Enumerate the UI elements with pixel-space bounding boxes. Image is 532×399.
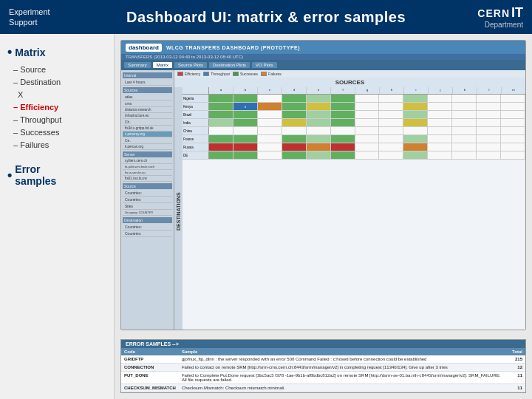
matrix-cell[interactable]: [233, 119, 258, 126]
matrix-cell[interactable]: [452, 151, 477, 159]
matrix-cell[interactable]: [258, 119, 282, 126]
matrix-cell[interactable]: [403, 103, 428, 110]
matrix-cell[interactable]: [501, 111, 525, 118]
matrix-cell[interactable]: [452, 119, 477, 126]
matrix-cell[interactable]: [403, 127, 428, 134]
matrix-cell[interactable]: [355, 111, 380, 118]
matrix-cell[interactable]: [477, 119, 501, 126]
sidebar-dest-countries2[interactable]: Countries: [123, 231, 172, 237]
failures-item[interactable]: Failures: [13, 140, 106, 150]
matrix-cell[interactable]: [379, 103, 403, 110]
matrix-cell[interactable]: [452, 95, 477, 102]
matrix-cell[interactable]: [355, 135, 380, 143]
matrix-cell[interactable]: [282, 119, 307, 126]
sidebar-fa-pilot[interactable]: fa-pilot-serv.laser.ruich: [123, 164, 172, 170]
matrix-cell[interactable]: [403, 135, 428, 143]
matrix-cell[interactable]: [282, 127, 307, 134]
matrix-cell[interactable]: [403, 95, 428, 102]
matrix-cell[interactable]: [331, 127, 355, 134]
sidebar-countries2[interactable]: Countries: [123, 197, 172, 203]
matrix-cell[interactable]: [477, 103, 501, 110]
sidebar-infra[interactable]: infrastructure.eu: [123, 113, 172, 119]
matrix-cell[interactable]: [355, 103, 380, 110]
matrix-cell[interactable]: [209, 103, 233, 110]
matrix-cell[interactable]: [307, 127, 331, 134]
matrix-cell[interactable]: [501, 103, 525, 110]
matrix-cell[interactable]: [379, 127, 403, 134]
matrix-cell[interactable]: [331, 143, 355, 151]
matrix-cell[interactable]: [379, 143, 403, 151]
matrix-cell[interactable]: [428, 95, 452, 102]
matrix-cell[interactable]: [233, 127, 258, 134]
matrix-cell[interactable]: [307, 143, 331, 151]
matrix-cell[interactable]: [355, 95, 380, 102]
matrix-cell[interactable]: [379, 111, 403, 118]
matrix-cell[interactable]: [233, 111, 258, 118]
matrix-cell[interactable]: [403, 151, 428, 159]
matrix-cell[interactable]: [501, 119, 525, 126]
matrix-cell[interactable]: [501, 135, 525, 143]
matrix-cell[interactable]: [258, 95, 282, 102]
matrix-cell[interactable]: [477, 135, 501, 143]
matrix-cell[interactable]: [355, 127, 380, 134]
sidebar-ch[interactable]: Ch.: [123, 119, 172, 126]
matrix-cell[interactable]: [233, 143, 258, 151]
sidebar-picarray[interactable]: s.picarray.org: [123, 132, 172, 137]
dashboard-nav[interactable]: Summary Matrix Source Plots Destination …: [121, 60, 525, 70]
matrix-cell[interactable]: [477, 143, 501, 151]
tab-vo-plots[interactable]: VO Plots: [252, 62, 277, 68]
matrix-cell[interactable]: ●: [233, 103, 258, 110]
matrix-cell[interactable]: [233, 135, 258, 143]
matrix-cell[interactable]: [209, 135, 233, 143]
matrix-cell[interactable]: [428, 119, 452, 126]
matrix-cell[interactable]: [477, 95, 501, 102]
matrix-cell[interactable]: [477, 111, 501, 118]
matrix-cell[interactable]: [428, 151, 452, 159]
efficiency-item[interactable]: Efficiency: [13, 102, 106, 112]
sidebar-percan[interactable]: k.percan.org: [123, 144, 172, 150]
sidebar-cyltern[interactable]: cyiltern.cern.ch: [123, 158, 172, 164]
tab-source-plots[interactable]: Source Plots: [174, 62, 207, 68]
sidebar-dest-countries[interactable]: Countries:: [123, 224, 172, 231]
sidebar-fts-ts[interactable]: fts-ts-serv.lic.au: [123, 170, 172, 176]
last-4-hours[interactable]: Last 4 hours: [123, 79, 172, 86]
matrix-cell[interactable]: [379, 95, 403, 102]
matrix-cell[interactable]: [355, 151, 380, 159]
matrix-cell[interactable]: [331, 103, 355, 110]
matrix-cell[interactable]: [331, 151, 355, 159]
matrix-cell[interactable]: [282, 143, 307, 151]
matrix-cell[interactable]: [355, 119, 380, 126]
matrix-cell[interactable]: [282, 135, 307, 143]
matrix-cell[interactable]: [258, 127, 282, 134]
matrix-cell[interactable]: [282, 111, 307, 118]
matrix-cell[interactable]: [403, 143, 428, 151]
matrix-cell[interactable]: [209, 151, 233, 159]
matrix-cell[interactable]: [379, 119, 403, 126]
matrix-cell[interactable]: [331, 135, 355, 143]
matrix-cell[interactable]: [403, 119, 428, 126]
sidebar-cms[interactable]: cms: [123, 100, 172, 107]
matrix-cell[interactable]: [307, 103, 331, 110]
matrix-cell[interactable]: [452, 111, 477, 118]
matrix-cell[interactable]: [282, 151, 307, 159]
matrix-cell[interactable]: [355, 143, 380, 151]
sidebar-fts3d[interactable]: fts3d.u.grttpp.bd.uk: [123, 126, 172, 132]
matrix-cell[interactable]: [379, 151, 403, 159]
matrix-cell[interactable]: [403, 111, 428, 118]
matrix-cell[interactable]: [307, 95, 331, 102]
tab-matrix[interactable]: Matrix: [153, 62, 172, 68]
matrix-cell[interactable]: [452, 103, 477, 110]
matrix-cell[interactable]: [452, 135, 477, 143]
matrix-cell[interactable]: [209, 111, 233, 118]
matrix-cell[interactable]: [209, 95, 233, 102]
matrix-cell[interactable]: [258, 135, 282, 143]
tab-summary[interactable]: Summary: [124, 62, 151, 68]
sidebar-ce[interactable]: Ce.: [123, 137, 172, 144]
matrix-cell[interactable]: [258, 143, 282, 151]
matrix-cell[interactable]: [209, 143, 233, 151]
matrix-cell[interactable]: [379, 135, 403, 143]
throughput-item[interactable]: Throughput: [13, 115, 106, 125]
matrix-cell[interactable]: [331, 111, 355, 118]
sidebar-countries[interactable]: Countries:: [123, 190, 172, 197]
matrix-cell[interactable]: [452, 143, 477, 151]
